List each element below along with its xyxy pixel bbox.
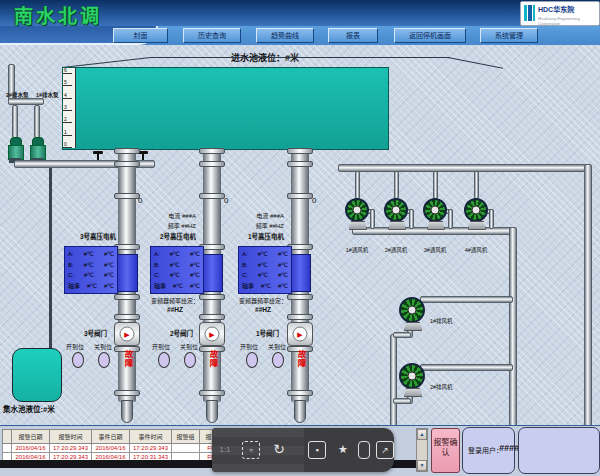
nav-button-trend-curve[interactable]: 趋势曲线 [256,28,314,43]
level-gauge-ruler: 6 5 4 3 2 1 0 [63,68,76,148]
fan-hub [431,206,440,215]
valve-2-body[interactable]: ▶ [199,322,225,346]
gauge-tick: 5 [63,80,72,86]
vfd-1-value: ##HZ [232,306,294,313]
pool-top-line [150,57,450,58]
bookmark-star-icon[interactable]: ★ [334,441,352,459]
fault-text-1: 故障 [293,350,308,388]
sump-level-label: 集水池液位:#米 [3,403,55,414]
pool-slant-right [448,57,503,69]
valve-1-open-label: 开到位 [240,342,258,351]
login-user-label: 登录用户： [468,445,503,455]
valve-arrow-icon: ▶ [120,327,135,342]
motor-2-name: 2号高压电机 [142,231,196,241]
nav-button-system-admin[interactable]: 系统管理 [480,28,538,43]
gauge-tick: 0 [63,142,72,148]
valve-3-position: 0 [138,196,142,205]
motor-1-temp-box: A:#℃#℃ B:#℃#℃ C:#℃#℃ 轴承#℃#℃ [238,246,292,294]
supply-fan-3-label: 3#通风机 [417,246,453,254]
motor-2-current: 电流 ###A [142,211,196,220]
valve-2-close-label: 关到位 [180,342,198,351]
motor-1-current: 电流 ###A [230,211,284,220]
valve-3-open-label: 开到位 [66,342,84,351]
valve-1-position: 0 [312,196,316,205]
logo-tagline: HuaDong Engineering Corporation [538,16,590,26]
valve-1-close-label: 关到位 [268,342,286,351]
nav-button-report[interactable]: 报表 [328,28,378,43]
fan-hub [472,206,481,215]
motor-2-temp-box: A:#℃#℃ B:#℃#℃ C:#℃#℃ 轴承#℃#℃ [150,246,204,294]
valve-2-close-indicator[interactable] [184,352,196,368]
supply-fan-4[interactable] [464,198,488,222]
nav-button-history-query[interactable]: 历史查询 [183,28,241,43]
sump-feed-line [49,168,52,350]
supply-fan-2-label: 2#通风机 [378,246,414,254]
exhaust-fan-2-label: 2#排风机 [430,383,453,391]
supply-fan-2[interactable] [384,198,408,222]
drain-pump-1-label: 1#排水泵 [36,91,59,99]
duct-right-vertical [584,164,592,426]
motor-1-section [289,254,311,292]
alarm-ack-button[interactable]: 报警确认 [431,428,460,473]
valve-arrow-icon: ▶ [293,327,308,342]
gauge-tick: 3 [63,105,72,111]
gauge-tick: 2 [63,117,72,123]
vfd-2-label: 变频器频率给定： [144,296,206,305]
share-icon[interactable]: ↗ [376,441,394,459]
zoom-ratio-label: 1:1 [216,441,234,459]
save-icon[interactable]: ▪ [308,441,326,459]
valve-1-body[interactable]: ▶ [287,322,313,346]
fan-hub [392,206,401,215]
valve-3-close-indicator[interactable] [98,352,110,368]
valve-2-open-indicator[interactable] [158,352,170,368]
footer-strip: 报警日期报警时间 事件日期事件时间 报警组报警值 限值报警类型 操作员 2016… [0,425,600,476]
exhaust-duct-h1 [420,296,513,303]
gauge-tick: 6 [63,68,72,74]
pipe-segment [12,105,18,138]
valve-arrow-icon: ▶ [205,327,220,342]
valve-3-body[interactable]: ▶ [114,322,140,346]
login-user-value: #### [499,443,519,453]
exhaust-duct-h2 [420,364,513,371]
rotate-icon[interactable]: ↻ [270,441,288,459]
scroll-up-button[interactable]: ▲ [417,429,427,440]
valve-3-close-label: 关到位 [94,342,112,351]
motor-1-frequency: 频率 ##HZ [230,221,284,230]
scada-screen: 南水北调 HDC华东院 HuaDong Engineering Corporat… [0,0,600,476]
supply-duct-top [338,164,591,172]
overlay-toolbar: 1:1 ▫ ↻ ▪ ★ ↗ [212,428,394,472]
phone-icon[interactable] [358,441,370,459]
vfd-1-label: 变频器频率给定： [232,296,294,305]
valve-3-open-indicator[interactable] [72,352,84,368]
sump-tank [12,348,62,402]
alarm-scrollbar[interactable]: ▲ ▼ [416,428,428,472]
motor-2-section [201,254,223,292]
supply-fan-3[interactable] [423,198,447,222]
valve-2-label: 2号阀门 [170,328,193,338]
fan-hub [353,206,362,215]
footer-empty-panel[interactable] [518,427,600,474]
fan-hub [408,306,417,315]
login-user-panel[interactable]: 登录用户： #### [462,427,515,474]
valve-2-position: 0 [224,196,228,205]
manual-valve-icon[interactable] [93,151,103,160]
valve-1-label: 1号阀门 [256,328,279,338]
exhaust-fan-1[interactable] [399,297,425,323]
logo-text: HDC华东院 [538,4,574,14]
supply-fan-1[interactable] [345,198,369,222]
nav-button-return-shutdown-screen[interactable]: 返回停机画面 [394,28,466,43]
exhaust-fan-2[interactable] [399,363,425,389]
pump-tip [121,400,133,423]
pump-tip [206,400,218,423]
valve-1-open-indicator[interactable] [246,352,258,368]
valve-1-close-indicator[interactable] [272,352,284,368]
scroll-down-button[interactable]: ▼ [417,460,427,471]
pipe-segment [8,98,44,105]
intake-pool-tank [62,67,389,150]
mimic-area: 进水池液位：#米 6 5 4 3 2 1 0 2#排水泵 1#排水泵 [0,45,600,425]
nav-button-cover[interactable]: 封面 [113,28,168,43]
vfd-2-value: ##HZ [144,306,206,313]
motor-2-frequency: 频率 ##HZ [142,221,196,230]
motor-1-name: 1号高压电机 [230,231,284,241]
selection-icon[interactable]: ▫ [242,441,260,459]
